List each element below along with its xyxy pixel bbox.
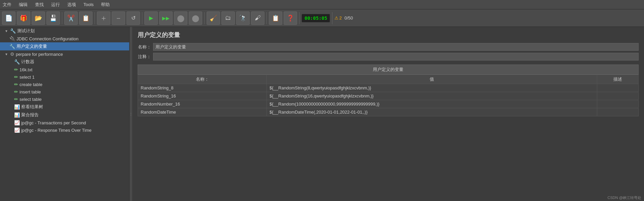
16k-icon: ✏ [14,67,18,72]
tree-label-user-vars: 用户定义的变量 [16,43,47,49]
tree-label-select-table: select table [20,97,42,102]
page-title: 用户定义的变量 [138,31,639,39]
var-name: RandomNumber_16 [138,100,267,108]
sep1 [62,12,62,24]
tree-label-rt-graph: jp@gc - Response Times Over Time [21,128,92,133]
tree-label-tps-graph: jp@gc - Transactions per Second [21,120,86,125]
sep7 [332,12,332,24]
save-btn[interactable]: 💾 [46,11,60,25]
tree-item-jdbc[interactable]: 🔌 JDBC Connection Configuration [0,35,129,42]
sep5 [266,12,267,24]
var-name: RandomDateTime [138,108,267,116]
var-desc [597,100,639,108]
create-table-icon: ✏ [14,82,18,87]
var-value: ${__Random(1000000000000000,999999999999… [267,100,597,108]
col-header-name: 名称： [138,75,267,84]
tree-item-16k[interactable]: ✏ 16k.txt [0,66,129,73]
tree-label-test-plan: 测试计划 [17,28,35,34]
menu-options[interactable]: 选项 [66,1,77,8]
aggregate-icon: 📊 [14,112,20,118]
tree-label-aggregate: 聚合报告 [21,112,39,118]
var-desc [597,84,639,92]
warning-indicator: ⚠ 2 [334,15,342,21]
menubar: 文件 编辑 查找 运行 选项 Tools 帮助 [0,0,644,9]
menu-file[interactable]: 文件 [1,1,13,8]
var-name: RandomString_16 [138,92,267,100]
run-no-pause-btn[interactable]: ▶▶ [159,11,173,25]
menu-run[interactable]: 运行 [50,1,61,8]
tree-item-user-vars[interactable]: 🔧 用户定义的变量 [0,42,129,50]
add-btn[interactable]: ＋ [97,11,110,25]
tree-item-select-table[interactable]: ✏ select table [0,95,129,103]
stop-btn[interactable]: ⬤ [174,11,187,25]
tps-graph-icon: 📈 [14,120,20,125]
run-btn[interactable]: ▶ [144,11,158,25]
comment-label: 注释： [138,54,151,60]
clear-btn[interactable]: 🧹 [207,11,220,25]
test-plan-icon: 🔧 [10,28,16,34]
sep3 [142,12,142,24]
vars-section-title: 用户定义的变量 [138,65,639,75]
clear-all-btn[interactable]: 🗂 [221,11,235,25]
left-panel: ▼ 🔧 测试计划 🔌 JDBC Connection Configuration… [0,27,130,201]
sep2 [95,12,95,24]
sep6 [299,12,299,24]
open-btn[interactable]: 📂 [32,11,45,25]
select1-icon: ✏ [14,74,18,80]
undo-btn[interactable]: ↺ [127,11,140,25]
warning-icon: ⚠ [334,15,338,21]
name-row: 名称： [138,43,639,51]
var-value: ${__RandomDateTime(,2020-01-01,2022-01-0… [267,108,597,116]
tree-arrow-prepare: ▼ [5,52,8,56]
comment-input[interactable] [153,53,639,61]
tree-label-prepare: perpare for performance [16,52,63,57]
tree-item-test-plan[interactable]: ▼ 🔧 测试计划 [0,27,129,35]
tree-arrow: ▼ [5,29,8,33]
rt-graph-icon: 📈 [14,127,20,133]
warning-count: 2 [339,15,342,21]
user-vars-icon: 🔧 [9,44,15,49]
var-desc [597,108,639,116]
menu-find[interactable]: 查找 [34,1,45,8]
tree-item-rt-graph[interactable]: 📈 jp@gc - Response Times Over Time [0,126,129,134]
right-panel: 用户定义的变量 名称： 注释： 用户定义的变量 名称： 值 描述 RandomS [132,27,644,201]
brush-btn[interactable]: 🖌 [251,11,264,25]
tree-label-view-results: 察看结果树 [21,104,43,110]
tree-item-insert-table[interactable]: ✏ insert table [0,88,129,95]
main-layout: ▼ 🔧 测试计划 🔌 JDBC Connection Configuration… [0,27,644,201]
menu-edit[interactable]: 编辑 [17,1,29,8]
cut-btn[interactable]: ✂️ [64,11,78,25]
stop-now-btn[interactable]: ⬤ [189,11,202,25]
panel-drag-handle[interactable]: ⋮ [130,27,132,201]
menu-tools[interactable]: Tools [82,1,95,8]
remove-btn[interactable]: － [112,11,125,25]
copy-btn[interactable]: 📋 [79,11,93,25]
tree-item-counter[interactable]: 🔧 计数器 [0,58,129,66]
counter-icon: 🔧 [14,59,20,65]
tree-item-view-results[interactable]: 📊 察看结果树 [0,103,129,111]
tree-item-create-table[interactable]: ✏ create table [0,81,129,88]
template-btn[interactable]: 🎁 [17,11,30,25]
tree-item-select1[interactable]: ✏ select 1 [0,73,129,81]
new-btn[interactable]: 📄 [2,11,15,25]
list-btn[interactable]: 📋 [269,11,282,25]
var-value: ${__RandomString(8,qwertyuiopasdfghjklzx… [267,84,597,92]
help-btn[interactable]: ❓ [284,11,297,25]
jdbc-icon: 🔌 [9,36,15,41]
name-input[interactable] [153,43,639,51]
footer: CSDN @峡江转弯处 [605,195,644,201]
tree-item-prepare[interactable]: ▼ ⚙ perpare for performance [0,50,129,58]
tree-item-tps-graph[interactable]: 📈 jp@gc - Transactions per Second [0,119,129,126]
view-results-icon: 📊 [14,104,20,110]
vars-section: 用户定义的变量 名称： 值 描述 RandomString_8${__Rando… [138,65,639,116]
table-row: RandomNumber_16${__Random(10000000000000… [138,100,639,108]
tree-item-aggregate[interactable]: 📊 聚合报告 [0,111,129,119]
search-btn[interactable]: 🔭 [236,11,250,25]
col-header-desc: 描述 [597,75,639,84]
menu-help[interactable]: 帮助 [100,1,111,8]
tree-label-select1: select 1 [20,75,35,80]
var-name: RandomString_8 [138,84,267,92]
sep4 [204,12,205,24]
insert-table-icon: ✏ [14,89,18,94]
toolbar: 📄 🎁 📂 💾 ✂️ 📋 ＋ － ↺ ▶ ▶▶ ⬤ ⬤ 🧹 🗂 🔭 🖌 📋 ❓ … [0,9,644,27]
